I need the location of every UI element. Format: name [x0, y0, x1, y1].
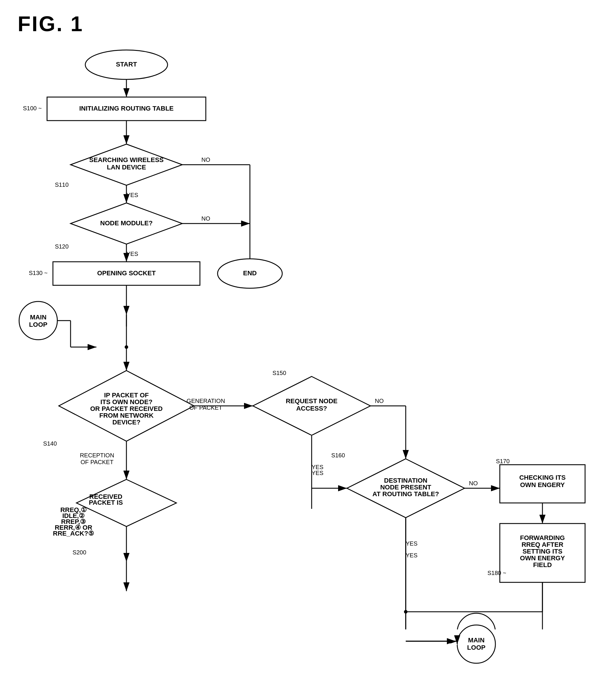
s170-node2: OWN ENGERY: [520, 481, 565, 489]
main-loop-2-redraw: MAIN: [468, 637, 484, 644]
s170-label: S170: [496, 458, 510, 464]
s180-node4: OWN ENERGY: [520, 554, 565, 562]
s160-no-label: NO: [469, 480, 478, 486]
s150-label: S150: [272, 370, 286, 376]
s160-node2: NODE PRESENT: [380, 483, 431, 491]
main-loop-2-redraw2: LOOP: [467, 644, 486, 651]
s150-yes-label2: YES: [312, 464, 323, 470]
s110-node: SEARCHING WIRELESS: [89, 156, 164, 164]
s140-node: IP PACKET OF: [104, 391, 149, 399]
rre-ack-label: RRE_ACK?⑤: [53, 530, 94, 537]
s120-no-label: NO: [202, 215, 210, 222]
s150-no-label: NO: [375, 398, 384, 404]
s140-node4: FROM NETWORK: [99, 412, 154, 419]
s160-node: DESTINATION: [384, 477, 427, 484]
s130-label: S130 ~: [29, 270, 48, 276]
s110-label: S110: [55, 182, 69, 188]
s120-label: S120: [55, 243, 69, 250]
s180-node5: FIELD: [533, 561, 552, 569]
svg-rect-61: [309, 629, 544, 641]
s110-no-label: NO: [202, 156, 210, 163]
s180-label: S180 ~: [488, 570, 506, 576]
s140-label: S140: [43, 440, 57, 447]
s180-node2: RREQ AFTER: [521, 541, 563, 548]
s180-node3: SETTING ITS: [522, 548, 563, 555]
s150-node2: ACCESS?: [296, 405, 327, 412]
received-packet-label2: PACKET IS: [89, 499, 123, 506]
s150-node: REQUEST NODE: [286, 397, 338, 405]
figure-title: FIG. 1: [18, 12, 83, 36]
main-loop-1-node2: LOOP: [29, 321, 48, 328]
reception-label2: OF PACKET: [80, 459, 113, 465]
s180-node: FORWARDING: [520, 534, 565, 541]
flowchart: START INITIALIZING ROUTING TABLE S100 ~ …: [0, 38, 608, 700]
start-node: START: [116, 60, 137, 68]
s200-label: S200: [73, 549, 87, 556]
s100-label: S100 ~: [23, 105, 42, 111]
s160-node3: AT ROUTING TABLE?: [373, 490, 439, 498]
main-loop-1-node: MAIN: [30, 314, 46, 321]
s100-node: INITIALIZING ROUTING TABLE: [79, 105, 173, 112]
s170-node: CHECKING ITS: [519, 474, 566, 481]
s160-label: S160: [331, 452, 345, 459]
s120-node: NODE MODULE?: [100, 219, 153, 227]
s130-node: OPENING SOCKET: [97, 270, 156, 277]
s140-node2: ITS OWN NODE?: [100, 398, 152, 406]
s140-node5: DEVICE?: [112, 419, 140, 426]
s110-node2: LAN DEVICE: [107, 164, 146, 171]
s140-node3: OR PACKET RECEIVED: [90, 405, 163, 412]
s160-yes-clean: YES: [406, 552, 417, 558]
s110-yes-label: YES: [127, 192, 138, 198]
svg-rect-52: [309, 509, 318, 641]
reception-label: RECEPTION: [80, 452, 114, 459]
generation-label: GENERATION: [187, 398, 225, 404]
s160-yes-label: YES: [406, 540, 417, 547]
s120-yes-label: YES: [127, 251, 138, 257]
end-node: END: [243, 270, 256, 277]
s150-yes-label: YES: [312, 470, 323, 476]
